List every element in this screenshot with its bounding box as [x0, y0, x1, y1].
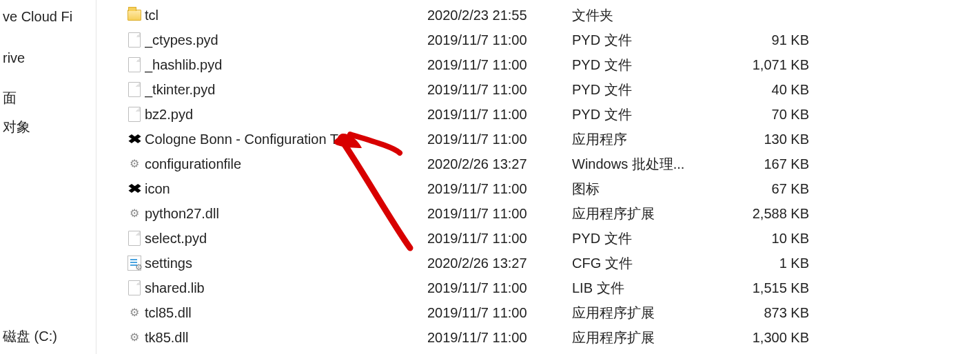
file-type: PYD 文件 — [572, 56, 724, 74]
nav-item-drive[interactable]: rive — [0, 33, 96, 66]
file-type: PYD 文件 — [572, 105, 724, 124]
file-date: 2019/11/7 11:00 — [427, 82, 572, 98]
file-type: 图标 — [572, 180, 724, 198]
file-name[interactable]: settings — [145, 256, 427, 271]
file-name[interactable]: tcl85.dll — [145, 305, 427, 321]
file-type: 文件夹 — [572, 6, 724, 25]
file-date: 2019/11/7 11:00 — [427, 107, 572, 123]
file-name[interactable]: tk85.dll — [145, 330, 427, 346]
gear-icon — [127, 306, 141, 320]
file-date: 2019/11/7 11:00 — [427, 181, 572, 197]
file-row[interactable]: _ctypes.pyd2019/11/7 11:00PYD 文件91 KB — [124, 28, 980, 52]
file-icon-cell — [124, 306, 145, 320]
file-date: 2019/11/7 11:00 — [427, 305, 572, 321]
file-size: 167 KB — [724, 156, 813, 172]
file-name[interactable]: _hashlib.pyd — [145, 57, 427, 73]
icon-file-icon — [127, 183, 142, 195]
file-type: Windows 批处理... — [572, 155, 724, 174]
file-row[interactable]: select.pyd2019/11/7 11:00PYD 文件10 KB — [124, 226, 980, 251]
file-name[interactable]: configurationfile — [145, 156, 427, 172]
file-row[interactable]: tcl2020/2/23 21:55文件夹 — [124, 3, 980, 28]
file-date: 2019/11/7 11:00 — [427, 57, 572, 73]
file-size: 1,071 KB — [724, 57, 813, 73]
file-size: 91 KB — [724, 32, 813, 48]
file-icon — [128, 82, 141, 97]
file-icon — [128, 57, 141, 72]
nav-item-label: 对象 — [3, 118, 30, 136]
file-row[interactable]: _tkinter.pyd2019/11/7 11:00PYD 文件40 KB — [124, 77, 980, 102]
file-size: 10 KB — [724, 231, 813, 247]
file-date: 2019/11/7 11:00 — [427, 231, 572, 247]
file-icon-cell — [124, 107, 145, 122]
file-name[interactable]: tcl — [145, 8, 427, 23]
file-icon-cell — [124, 280, 145, 295]
file-row[interactable]: settings2020/2/26 13:27CFG 文件1 KB — [124, 251, 980, 275]
file-size: 1,300 KB — [724, 330, 813, 346]
gear-icon — [127, 157, 141, 171]
file-name[interactable]: Cologne Bonn - Configuration Tool — [145, 132, 427, 147]
file-name[interactable]: icon — [145, 181, 427, 197]
file-row[interactable]: _hashlib.pyd2019/11/7 11:00PYD 文件1,071 K… — [124, 52, 980, 77]
file-date: 2019/11/7 11:00 — [427, 280, 572, 296]
config-file-icon — [127, 256, 141, 271]
file-icon-cell — [124, 183, 145, 195]
file-type: 应用程序 — [572, 130, 724, 149]
file-icon-cell — [124, 231, 145, 246]
file-size: 67 KB — [724, 181, 813, 197]
file-row[interactable]: tk85.dll2019/11/7 11:00应用程序扩展1,300 KB — [124, 325, 980, 350]
file-name[interactable]: _tkinter.pyd — [145, 82, 427, 98]
file-date: 2020/2/23 21:55 — [427, 8, 572, 23]
file-row[interactable]: Cologne Bonn - Configuration Tool2019/11… — [124, 127, 980, 152]
nav-item-desktop[interactable]: 面 — [0, 85, 96, 110]
file-icon-cell — [124, 82, 145, 97]
navigation-pane: ve Cloud Fi rive 面 对象 磁盘 (C:) — [0, 0, 96, 354]
file-date: 2020/2/26 13:27 — [427, 156, 572, 172]
file-name[interactable]: _ctypes.pyd — [145, 32, 427, 48]
file-type: 应用程序扩展 — [572, 329, 724, 347]
gear-icon — [127, 331, 141, 344]
nav-item-objects[interactable]: 对象 — [0, 114, 96, 139]
file-icon-cell — [124, 57, 145, 72]
file-row[interactable]: python27.dll2019/11/7 11:00应用程序扩展2,588 K… — [124, 201, 980, 226]
file-icon-cell — [124, 331, 145, 344]
file-row[interactable]: icon2019/11/7 11:00图标67 KB — [124, 176, 980, 201]
nav-item-disk-c[interactable]: 磁盘 (C:) — [0, 324, 96, 348]
file-row[interactable]: shared.lib2019/11/7 11:00LIB 文件1,515 KB — [124, 275, 980, 300]
nav-item-cloud[interactable]: ve Cloud Fi — [0, 4, 96, 29]
file-name[interactable]: shared.lib — [145, 280, 427, 296]
file-size: 1,515 KB — [724, 280, 813, 296]
file-icon-cell — [124, 10, 145, 21]
file-name[interactable]: select.pyd — [145, 231, 427, 247]
file-date: 2019/11/7 11:00 — [427, 206, 572, 222]
file-list-pane: tcl2020/2/23 21:55文件夹_ctypes.pyd2019/11/… — [96, 0, 980, 354]
file-icon — [128, 107, 141, 122]
file-size: 70 KB — [724, 107, 813, 123]
file-type: LIB 文件 — [572, 279, 724, 298]
file-icon — [128, 280, 141, 295]
file-size: 1 KB — [724, 256, 813, 271]
nav-item-label: 磁盘 (C:) — [3, 327, 57, 346]
file-icon-cell — [124, 32, 145, 48]
file-name[interactable]: python27.dll — [145, 206, 427, 222]
application-icon — [127, 133, 142, 145]
file-size: 2,588 KB — [724, 206, 813, 222]
file-icon — [128, 32, 141, 48]
file-icon-cell — [124, 157, 145, 171]
file-size: 873 KB — [724, 305, 813, 321]
file-row[interactable]: configurationfile2020/2/26 13:27Windows … — [124, 152, 980, 176]
file-icon-cell — [124, 133, 145, 145]
file-icon — [128, 231, 141, 246]
file-date: 2020/2/26 13:27 — [427, 256, 572, 271]
nav-item-label: ve Cloud Fi — [3, 9, 72, 25]
file-row[interactable]: bz2.pyd2019/11/7 11:00PYD 文件70 KB — [124, 102, 980, 127]
gear-icon — [127, 207, 141, 220]
file-name[interactable]: bz2.pyd — [145, 107, 427, 123]
nav-item-label: rive — [3, 50, 25, 66]
nav-item-label: 面 — [3, 89, 17, 107]
file-date: 2019/11/7 11:00 — [427, 132, 572, 147]
file-row[interactable]: tcl85.dll2019/11/7 11:00应用程序扩展873 KB — [124, 300, 980, 325]
file-icon-cell — [124, 207, 145, 220]
file-type: CFG 文件 — [572, 254, 724, 273]
file-date: 2019/11/7 11:00 — [427, 32, 572, 48]
file-type: PYD 文件 — [572, 229, 724, 248]
